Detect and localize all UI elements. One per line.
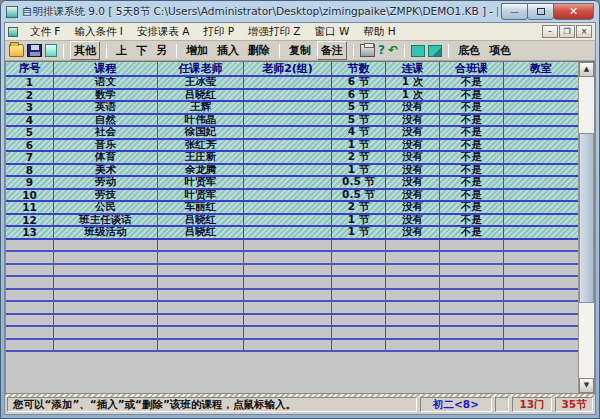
empty-table-row[interactable] [6,240,578,253]
table-cell[interactable]: 班主任谈话 [54,215,158,226]
menu-print[interactable]: 打印 P [197,24,240,40]
table-cell[interactable]: 没有 [386,127,440,138]
table-cell[interactable]: 吕晓红 [158,227,244,238]
table-cell[interactable] [504,340,578,351]
table-cell[interactable] [504,227,578,238]
table-cell[interactable] [158,315,244,326]
table-row[interactable]: 7体育王庄新2 节没有不是 [6,152,578,165]
bg-color-swatch-icon[interactable] [411,45,425,57]
table-cell[interactable]: 6 节 [332,77,386,88]
table-cell[interactable] [332,277,386,288]
table-cell[interactable] [504,127,578,138]
menu-file[interactable]: 文件 F [24,24,66,40]
empty-table-row[interactable] [6,265,578,278]
table-cell[interactable]: 不是 [440,215,504,226]
table-cell[interactable]: 王冰莹 [158,77,244,88]
table-cell[interactable] [440,277,504,288]
table-cell[interactable] [332,315,386,326]
table-cell[interactable] [244,165,332,176]
bg-color-button[interactable]: 底色 [455,42,483,59]
empty-table-row[interactable] [6,252,578,265]
table-cell[interactable]: 不是 [440,77,504,88]
table-cell[interactable] [386,315,440,326]
close-button[interactable]: ✕ [553,3,594,20]
table-cell[interactable]: 3 [6,102,54,113]
table-cell[interactable]: 没有 [386,165,440,176]
table-cell[interactable]: 美术 [54,165,158,176]
table-cell[interactable] [54,327,158,338]
table-cell[interactable] [504,177,578,188]
table-cell[interactable] [504,240,578,251]
table-cell[interactable]: 2 节 [332,152,386,163]
table-row[interactable]: 12班主任谈话吕晓红1 节没有不是 [6,215,578,228]
table-row[interactable]: 3英语王辉5 节没有不是 [6,102,578,115]
table-cell[interactable]: 没有 [386,115,440,126]
table-cell[interactable]: 不是 [440,165,504,176]
table-cell[interactable]: 9 [6,177,54,188]
table-cell[interactable] [244,152,332,163]
table-cell[interactable] [504,327,578,338]
table-cell[interactable] [158,290,244,301]
table-cell[interactable] [244,190,332,201]
down-button[interactable]: 下 [133,42,150,59]
table-cell[interactable] [440,265,504,276]
table-cell[interactable]: 不是 [440,102,504,113]
menu-window[interactable]: 窗口 W [309,24,356,40]
table-cell[interactable]: 5 节 [332,102,386,113]
note-button[interactable]: 备注 [317,41,347,60]
table-cell[interactable]: 劳动 [54,177,158,188]
table-cell[interactable] [244,265,332,276]
table-cell[interactable] [504,115,578,126]
maximize-button[interactable] [527,3,554,20]
table-cell[interactable] [504,265,578,276]
table-cell[interactable] [386,277,440,288]
table-cell[interactable]: 1 节 [332,165,386,176]
table-cell[interactable] [244,215,332,226]
table-cell[interactable]: 8 [6,165,54,176]
vertical-scrollbar[interactable]: ▲ ▼ [578,62,594,393]
empty-table-row[interactable] [6,315,578,328]
table-cell[interactable] [6,340,54,351]
table-cell[interactable]: 1 次 [386,77,440,88]
table-cell[interactable]: 叶贤军 [158,177,244,188]
table-cell[interactable] [6,240,54,251]
empty-table-row[interactable] [6,277,578,290]
empty-table-row[interactable] [6,302,578,315]
table-cell[interactable]: 不是 [440,177,504,188]
copy-button[interactable]: 复制 [286,42,314,59]
table-cell[interactable] [54,315,158,326]
table-cell[interactable] [504,202,578,213]
table-cell[interactable]: 12 [6,215,54,226]
table-row[interactable]: 1语文王冰莹6 节1 次不是 [6,77,578,90]
table-cell[interactable]: 1 节 [332,227,386,238]
table-cell[interactable]: 没有 [386,152,440,163]
table-cell[interactable] [6,302,54,313]
table-cell[interactable] [158,240,244,251]
table-cell[interactable]: 余龙腾 [158,165,244,176]
table-cell[interactable] [244,90,332,101]
undo-icon[interactable]: ↶ [388,44,398,57]
table-cell[interactable] [54,302,158,313]
table-cell[interactable] [244,302,332,313]
table-cell[interactable]: 叶贤军 [158,190,244,201]
table-cell[interactable]: 5 节 [332,115,386,126]
table-cell[interactable]: 没有 [386,202,440,213]
table-cell[interactable] [158,327,244,338]
table-cell[interactable]: 2 [6,90,54,101]
table-row[interactable]: 8美术余龙腾1 节没有不是 [6,165,578,178]
other-button[interactable]: 其他 [70,41,100,60]
table-cell[interactable]: 没有 [386,177,440,188]
table-cell[interactable] [386,340,440,351]
menu-enhanced-print[interactable]: 增强打印 Z [242,24,307,40]
table-cell[interactable]: 13 [6,227,54,238]
table-cell[interactable]: 吕晓红 [158,90,244,101]
table-cell[interactable]: 5 [6,127,54,138]
table-cell[interactable] [244,340,332,351]
table-cell[interactable] [504,252,578,263]
insert-button[interactable]: 插入 [214,42,242,59]
table-cell[interactable] [244,140,332,151]
table-cell[interactable] [244,77,332,88]
table-cell[interactable]: 4 [6,115,54,126]
table-cell[interactable]: 0.5 节 [332,177,386,188]
table-cell[interactable]: 音乐 [54,140,158,151]
